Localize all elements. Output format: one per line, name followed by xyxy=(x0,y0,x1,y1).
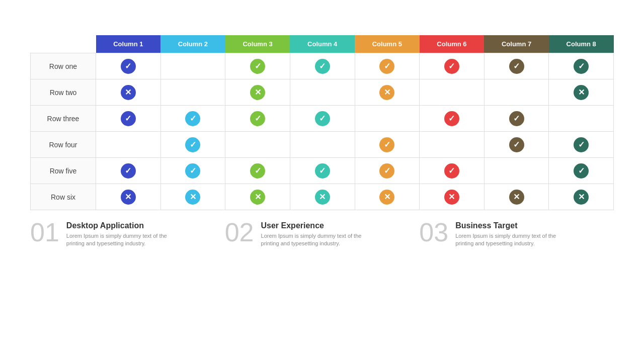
table-cell: ✓ xyxy=(160,106,225,132)
table-cell: ✓ xyxy=(225,53,290,79)
table-cell xyxy=(160,79,225,106)
table-cell: ✓ xyxy=(355,53,420,79)
table-cell: ✓ xyxy=(96,53,161,79)
table-cell: ✓ xyxy=(225,106,290,132)
row-label: Row three xyxy=(31,106,96,132)
table-cell: ✕ xyxy=(225,79,290,106)
footer-text-block: Business Target Lorem Ipsum is simply du… xyxy=(455,221,556,248)
table-cell: ✓ xyxy=(549,53,614,79)
col-header-4: Column 4 xyxy=(290,35,355,53)
footer-item-3: 03 Business Target Lorem Ipsum is simply… xyxy=(419,221,614,248)
table-cell xyxy=(290,79,355,106)
table-cell xyxy=(420,132,485,158)
table-cell xyxy=(355,106,420,132)
table-cell: ✕ xyxy=(484,184,549,210)
table-cell: ✓ xyxy=(420,106,485,132)
row-label: Row two xyxy=(31,79,96,106)
footer-body: Lorem Ipsum is simply dummy text of the … xyxy=(455,232,556,248)
table-cell: ✕ xyxy=(96,184,161,210)
table-cell: ✓ xyxy=(420,53,485,79)
table-row: Row two✕✕✕✕ xyxy=(31,79,614,106)
table-cell: ✓ xyxy=(355,132,420,158)
table-cell: ✓ xyxy=(484,53,549,79)
table-cell xyxy=(96,132,161,158)
footer-text-block: User Experience Lorem Ipsum is simply du… xyxy=(261,221,362,248)
table-cell: ✕ xyxy=(355,184,420,210)
row-label: Row five xyxy=(31,158,96,184)
footer-number: 02 xyxy=(225,219,254,245)
table-cell xyxy=(290,132,355,158)
table-cell: ✓ xyxy=(290,106,355,132)
table-cell xyxy=(160,53,225,79)
row-label: Row one xyxy=(31,53,96,79)
col-header-2: Column 2 xyxy=(160,35,225,53)
table-cell: ✓ xyxy=(96,158,161,184)
table-cell xyxy=(549,106,614,132)
col-header-7: Column 7 xyxy=(484,35,549,53)
footer-number: 01 xyxy=(30,219,59,245)
table-cell: ✕ xyxy=(549,79,614,106)
footer-heading: User Experience xyxy=(261,221,362,230)
table-row: Row three✓✓✓✓✓✓ xyxy=(31,106,614,132)
table-cell: ✓ xyxy=(355,158,420,184)
footer-item-1: 01 Desktop Application Lorem Ipsum is si… xyxy=(30,221,225,248)
table-row: Row four✓✓✓✓ xyxy=(31,132,614,158)
table-cell: ✓ xyxy=(420,158,485,184)
main-table: Column 1 Column 2 Column 3 Column 4 Colu… xyxy=(30,35,614,210)
table-cell: ✕ xyxy=(290,184,355,210)
table-cell: ✓ xyxy=(484,132,549,158)
table-cell: ✓ xyxy=(549,132,614,158)
empty-header xyxy=(31,35,96,53)
table-row: Row one✓✓✓✓✓✓✓ xyxy=(31,53,614,79)
table-cell xyxy=(484,79,549,106)
table-cell xyxy=(484,158,549,184)
col-header-1: Column 1 xyxy=(96,35,161,53)
col-header-6: Column 6 xyxy=(420,35,485,53)
footer: 01 Desktop Application Lorem Ipsum is si… xyxy=(30,221,614,347)
table-cell: ✕ xyxy=(225,184,290,210)
table-row: Row five✓✓✓✓✓✓✓ xyxy=(31,158,614,184)
table-cell: ✓ xyxy=(160,158,225,184)
footer-body: Lorem Ipsum is simply dummy text of the … xyxy=(261,232,362,248)
col-header-5: Column 5 xyxy=(355,35,420,53)
table-cell: ✕ xyxy=(160,184,225,210)
table-cell: ✓ xyxy=(225,158,290,184)
footer-item-2: 02 User Experience Lorem Ipsum is simply… xyxy=(225,221,420,248)
footer-number: 03 xyxy=(419,219,448,245)
col-header-8: Column 8 xyxy=(549,35,614,53)
table-cell: ✕ xyxy=(355,79,420,106)
col-header-3: Column 3 xyxy=(225,35,290,53)
table-cell xyxy=(225,132,290,158)
table-cell: ✓ xyxy=(160,132,225,158)
table-cell: ✕ xyxy=(96,79,161,106)
table-cell: ✓ xyxy=(290,158,355,184)
footer-text-block: Desktop Application Lorem Ipsum is simpl… xyxy=(66,221,167,248)
table-cell xyxy=(420,79,485,106)
slide: Column 1 Column 2 Column 3 Column 4 Colu… xyxy=(0,0,644,362)
table-wrapper: Column 1 Column 2 Column 3 Column 4 Colu… xyxy=(30,35,614,210)
footer-heading: Business Target xyxy=(455,221,556,230)
table-cell: ✓ xyxy=(96,106,161,132)
row-label: Row four xyxy=(31,132,96,158)
table-cell: ✓ xyxy=(290,53,355,79)
footer-body: Lorem Ipsum is simply dummy text of the … xyxy=(66,232,167,248)
table-cell: ✓ xyxy=(484,106,549,132)
table-cell: ✕ xyxy=(549,184,614,210)
footer-heading: Desktop Application xyxy=(66,221,167,230)
table-row: Row six✕✕✕✕✕✕✕✕ xyxy=(31,184,614,210)
table-cell: ✕ xyxy=(420,184,485,210)
row-label: Row six xyxy=(31,184,96,210)
table-cell: ✓ xyxy=(549,158,614,184)
